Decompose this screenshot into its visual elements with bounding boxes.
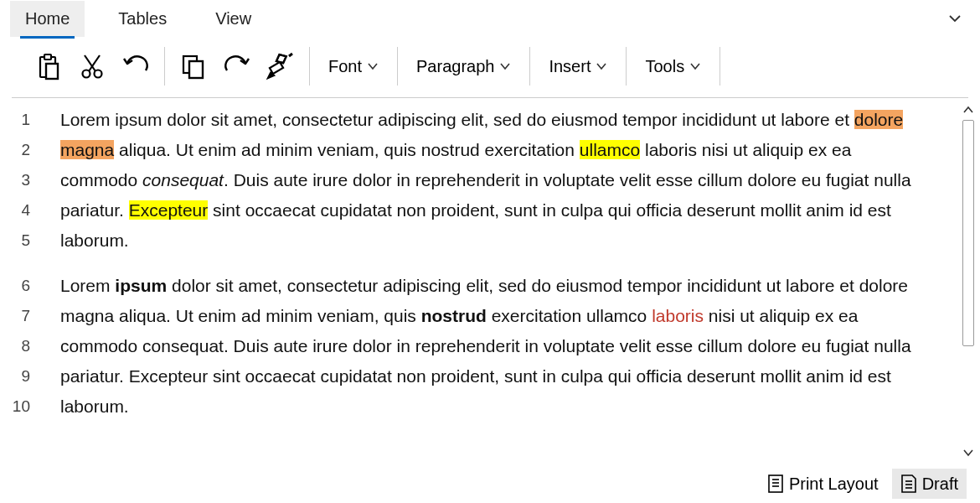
insert-dropdown[interactable]: Insert	[540, 52, 616, 81]
line-number: 4	[0, 195, 40, 226]
text-run: Lorem ipsum dolor sit amet, consectetur …	[60, 110, 854, 129]
collapse-ribbon-chevron-icon[interactable]	[946, 10, 963, 27]
highlighted-text: Excepteur	[129, 200, 209, 220]
font-dropdown[interactable]: Font	[320, 52, 387, 81]
svg-rect-9	[270, 62, 283, 74]
colored-text: laboris	[652, 306, 704, 325]
line-number: 2	[0, 135, 40, 165]
bold-text: ipsum	[115, 276, 167, 295]
view-label: Print Layout	[789, 474, 879, 494]
redo-button[interactable]	[219, 49, 255, 83]
scroll-thumb[interactable]	[962, 120, 974, 346]
undo-button[interactable]	[117, 49, 154, 83]
separator	[720, 47, 720, 86]
bold-text: nostrud	[421, 306, 487, 325]
status-bar: Print Layout Draft	[0, 464, 980, 503]
highlighted-text: ullamco	[580, 140, 640, 159]
tab-bar: Home Tables View	[0, 0, 980, 37]
editor-area: 1 2 3 4 5 6 7 8 9 10 Lorem ipsum dolor s…	[0, 98, 980, 464]
cut-button[interactable]	[74, 49, 111, 83]
separator	[529, 47, 530, 86]
svg-rect-2	[46, 64, 58, 79]
chevron-down-icon	[596, 60, 607, 72]
italic-text: consequat	[142, 170, 224, 189]
line-number: 6	[0, 271, 40, 301]
separator	[397, 47, 398, 86]
line-number: 10	[0, 392, 40, 422]
paste-button[interactable]	[30, 49, 67, 83]
dropdown-label: Tools	[645, 57, 684, 76]
dropdown-label: Insert	[549, 57, 591, 76]
text-run: exercitation ullamco	[487, 306, 652, 325]
dropdown-label: Paragraph	[416, 57, 494, 76]
toolbar: Font Paragraph Insert Tools	[12, 37, 968, 98]
svg-rect-1	[44, 54, 51, 60]
vertical-scrollbar[interactable]	[957, 98, 980, 464]
separator	[164, 47, 165, 86]
separator	[309, 47, 310, 86]
svg-rect-11	[769, 475, 782, 492]
document-content[interactable]: Lorem ipsum dolor sit amet, consectetur …	[40, 98, 957, 464]
page-icon	[900, 474, 917, 494]
chevron-down-icon	[499, 60, 511, 72]
line-number-gutter: 1 2 3 4 5 6 7 8 9 10	[0, 98, 40, 464]
line-number: 3	[0, 165, 40, 195]
view-label: Draft	[922, 474, 958, 494]
page-icon	[767, 474, 784, 494]
scroll-track[interactable]	[961, 120, 976, 443]
draft-view-button[interactable]: Draft	[892, 469, 967, 499]
line-number: 8	[0, 331, 40, 361]
paragraph: Lorem ipsum dolor sit amet, consectetur …	[60, 271, 926, 422]
svg-rect-7	[189, 61, 203, 78]
scroll-up-arrow-icon[interactable]	[958, 101, 978, 118]
tab-home[interactable]: Home	[10, 1, 85, 37]
svg-line-10	[289, 54, 292, 56]
line-number: 9	[0, 361, 40, 392]
chevron-down-icon	[689, 60, 701, 72]
scroll-down-arrow-icon[interactable]	[958, 444, 978, 461]
print-layout-view-button[interactable]: Print Layout	[759, 469, 887, 499]
format-painter-button[interactable]	[262, 49, 299, 83]
tab-view[interactable]: View	[200, 1, 266, 37]
line-number: 7	[0, 301, 40, 331]
tab-tables[interactable]: Tables	[103, 1, 182, 37]
paragraph-dropdown[interactable]: Paragraph	[408, 52, 519, 81]
line-number: 5	[0, 226, 40, 256]
paragraph: Lorem ipsum dolor sit amet, consectetur …	[60, 105, 926, 256]
separator	[626, 47, 627, 86]
text-run: Lorem	[60, 276, 115, 295]
text-run: aliqua. Ut enim ad minim veniam, quis no…	[114, 140, 580, 159]
copy-button[interactable]	[175, 49, 212, 83]
chevron-down-icon	[367, 60, 379, 72]
dropdown-label: Font	[328, 57, 362, 76]
tools-dropdown[interactable]: Tools	[637, 52, 709, 81]
line-number: 1	[0, 105, 40, 135]
